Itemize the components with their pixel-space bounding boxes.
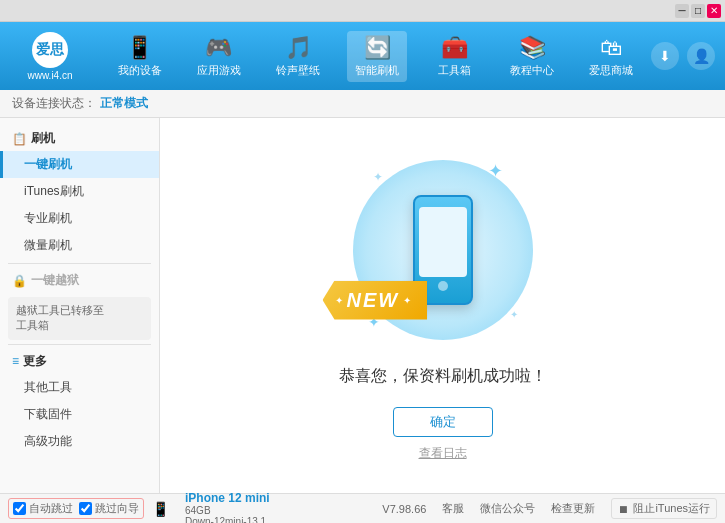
retry-link[interactable]: 查看日志 bbox=[419, 445, 467, 462]
badge-new-text: NEW bbox=[347, 289, 400, 312]
bottom-left: 自动跳过 跳过向导 📱 iPhone 12 mini 64GB Down-12m… bbox=[8, 491, 382, 524]
more-section-icon: ≡ bbox=[12, 354, 19, 368]
auto-dismiss-input[interactable] bbox=[13, 502, 26, 515]
device-info: iPhone 12 mini 64GB Down-12mini-13,1 bbox=[185, 491, 270, 524]
phone-illustration: ✦ ✦ ✦ ✦ ✦ NEW ✦ bbox=[343, 150, 543, 350]
tutorial-icon: 📚 bbox=[519, 35, 546, 61]
sidebar-item-advanced[interactable]: 高级功能 bbox=[0, 428, 159, 455]
sidebar-item-micro-flash[interactable]: 微量刷机 bbox=[0, 232, 159, 259]
nav-shop[interactable]: 🛍 爱思商城 bbox=[581, 31, 641, 82]
shop-label: 爱思商城 bbox=[589, 63, 633, 78]
stop-itunes-label: 阻止iTunes运行 bbox=[633, 501, 710, 516]
nav-bar: 📱 我的设备 🎮 应用游戏 🎵 铃声壁纸 🔄 智能刷机 🧰 工具箱 📚 教程中心… bbox=[100, 31, 651, 82]
confirm-button[interactable]: 确定 bbox=[393, 407, 493, 437]
section-header-jailbreak: 🔒 一键越狱 bbox=[0, 268, 159, 293]
section-header-flash: 📋 刷机 bbox=[0, 126, 159, 151]
wechat-link[interactable]: 微信公众号 bbox=[480, 501, 535, 516]
status-bar: 设备连接状态： 正常模式 bbox=[0, 90, 725, 118]
nav-tutorial[interactable]: 📚 教程中心 bbox=[502, 31, 562, 82]
phone-screen bbox=[419, 207, 467, 277]
my-device-label: 我的设备 bbox=[118, 63, 162, 78]
close-button[interactable]: ✕ bbox=[707, 4, 721, 18]
sidebar-divider-2 bbox=[8, 344, 151, 345]
bottom-right: V7.98.66 客服 微信公众号 检查更新 ⏹ 阻止iTunes运行 bbox=[382, 498, 717, 519]
toolbox-icon: 🧰 bbox=[441, 35, 468, 61]
more-section-title: 更多 bbox=[23, 353, 47, 370]
my-device-icon: 📱 bbox=[126, 35, 153, 61]
nav-ringtones[interactable]: 🎵 铃声壁纸 bbox=[268, 31, 328, 82]
stop-itunes-icon: ⏹ bbox=[618, 503, 629, 515]
stop-itunes-button[interactable]: ⏹ 阻止iTunes运行 bbox=[611, 498, 717, 519]
status-value: 正常模式 bbox=[100, 95, 148, 112]
auto-dismiss-label: 自动跳过 bbox=[29, 501, 73, 516]
user-button[interactable]: 👤 bbox=[687, 42, 715, 70]
sidebar-section-more: ≡ 更多 其他工具 下载固件 高级功能 bbox=[0, 349, 159, 455]
apps-games-icon: 🎮 bbox=[205, 35, 232, 61]
flash-section-title: 刷机 bbox=[31, 130, 55, 147]
phone-home-button bbox=[438, 281, 448, 291]
sidebar-item-other-tools[interactable]: 其他工具 bbox=[0, 374, 159, 401]
smart-flash-label: 智能刷机 bbox=[355, 63, 399, 78]
new-badge: ✦ NEW ✦ bbox=[323, 281, 428, 320]
header-right: ⬇ 👤 bbox=[651, 42, 715, 70]
device-icon: 📱 bbox=[152, 501, 169, 517]
device-storage: 64GB bbox=[185, 505, 270, 516]
shop-icon: 🛍 bbox=[600, 35, 622, 61]
logo-area[interactable]: 爱思 www.i4.cn bbox=[10, 32, 90, 81]
sidebar-item-one-click[interactable]: 一键刷机 bbox=[0, 151, 159, 178]
version-info: V7.98.66 bbox=[382, 503, 426, 515]
apps-games-label: 应用游戏 bbox=[197, 63, 241, 78]
header: 爱思 www.i4.cn 📱 我的设备 🎮 应用游戏 🎵 铃声壁纸 🔄 智能刷机… bbox=[0, 22, 725, 90]
success-message: 恭喜您，保资料刷机成功啦！ bbox=[339, 366, 547, 387]
skip-wizard-label: 跳过向导 bbox=[95, 501, 139, 516]
device-name: iPhone 12 mini bbox=[185, 491, 270, 505]
sparkle-1: ✦ bbox=[373, 170, 383, 184]
section-header-more: ≡ 更多 bbox=[0, 349, 159, 374]
jailbreak-section-icon: 🔒 bbox=[12, 274, 27, 288]
nav-smart-flash[interactable]: 🔄 智能刷机 bbox=[347, 31, 407, 82]
jailbreak-note: 越狱工具已转移至工具箱 bbox=[8, 297, 151, 340]
jailbreak-section-title: 一键越狱 bbox=[31, 272, 79, 289]
badge-star-left: ✦ bbox=[335, 295, 343, 306]
checkbox-wrapper: 自动跳过 跳过向导 bbox=[8, 498, 144, 519]
sidebar-section-jailbreak: 🔒 一键越狱 越狱工具已转移至工具箱 bbox=[0, 268, 159, 340]
content-area: ✦ ✦ ✦ ✦ ✦ NEW ✦ 恭喜您，保资料刷机成功啦！ 确定 查看日志 bbox=[160, 118, 725, 493]
nav-apps-games[interactable]: 🎮 应用游戏 bbox=[189, 31, 249, 82]
auto-dismiss-checkbox[interactable]: 自动跳过 bbox=[13, 501, 73, 516]
logo-icon: 爱思 bbox=[32, 32, 68, 68]
badge-star-right: ✦ bbox=[403, 295, 411, 306]
ringtones-icon: 🎵 bbox=[285, 35, 312, 61]
title-bar: ─ □ ✕ bbox=[0, 0, 725, 22]
skip-wizard-checkbox[interactable]: 跳过向导 bbox=[79, 501, 139, 516]
main-area: 📋 刷机 一键刷机 iTunes刷机 专业刷机 微量刷机 🔒 一键越狱 越狱工具… bbox=[0, 118, 725, 493]
nav-my-device[interactable]: 📱 我的设备 bbox=[110, 31, 170, 82]
skip-wizard-input[interactable] bbox=[79, 502, 92, 515]
device-detail: Down-12mini-13,1 bbox=[185, 516, 270, 524]
sidebar-divider-1 bbox=[8, 263, 151, 264]
sidebar-section-flash: 📋 刷机 一键刷机 iTunes刷机 专业刷机 微量刷机 bbox=[0, 126, 159, 259]
sidebar-item-download-firmware[interactable]: 下载固件 bbox=[0, 401, 159, 428]
flash-section-icon: 📋 bbox=[12, 132, 27, 146]
bottom-bar: 自动跳过 跳过向导 📱 iPhone 12 mini 64GB Down-12m… bbox=[0, 493, 725, 523]
service-link[interactable]: 客服 bbox=[442, 501, 464, 516]
sidebar: 📋 刷机 一键刷机 iTunes刷机 专业刷机 微量刷机 🔒 一键越狱 越狱工具… bbox=[0, 118, 160, 493]
sidebar-item-pro-flash[interactable]: 专业刷机 bbox=[0, 205, 159, 232]
sparkle-2: ✦ bbox=[488, 160, 503, 182]
sidebar-item-itunes[interactable]: iTunes刷机 bbox=[0, 178, 159, 205]
tutorial-label: 教程中心 bbox=[510, 63, 554, 78]
ringtones-label: 铃声壁纸 bbox=[276, 63, 320, 78]
logo-url: www.i4.cn bbox=[27, 70, 72, 81]
download-button[interactable]: ⬇ bbox=[651, 42, 679, 70]
minimize-button[interactable]: ─ bbox=[675, 4, 689, 18]
maximize-button[interactable]: □ bbox=[691, 4, 705, 18]
check-update-link[interactable]: 检查更新 bbox=[551, 501, 595, 516]
toolbox-label: 工具箱 bbox=[438, 63, 471, 78]
smart-flash-icon: 🔄 bbox=[364, 35, 391, 61]
nav-toolbox[interactable]: 🧰 工具箱 bbox=[427, 31, 483, 82]
sparkle-3: ✦ bbox=[510, 309, 518, 320]
status-label: 设备连接状态： bbox=[12, 95, 96, 112]
